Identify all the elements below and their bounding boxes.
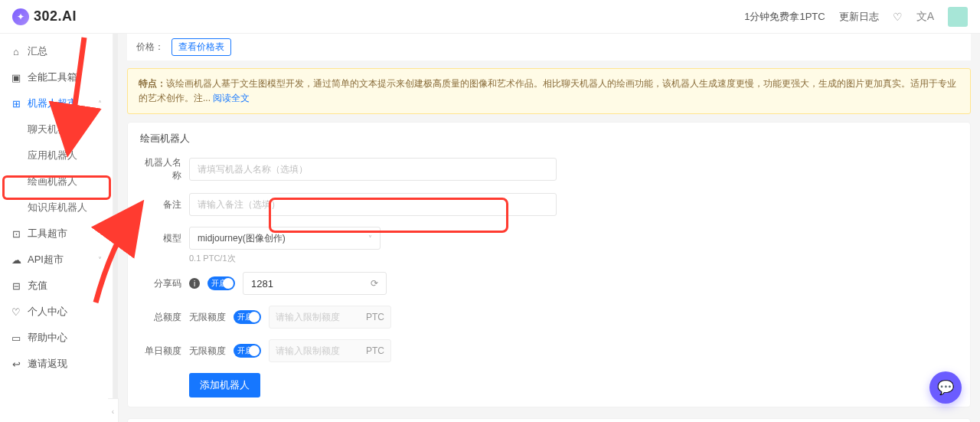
- main-content: 价格： 查看价格表 特点：该绘画机器人基于文生图模型开发，通过简单的文本提示来创…: [113, 34, 980, 422]
- header-actions: 1分钟免费拿1PTC 更新日志 ♡ 文A: [744, 7, 968, 27]
- nav-help[interactable]: ▭帮助中心: [0, 325, 113, 351]
- changelog-link[interactable]: 更新日志: [839, 10, 879, 24]
- total-limit-toggle[interactable]: 开启: [234, 310, 261, 324]
- share-label: 分享码: [140, 277, 181, 290]
- price-row: 价格： 查看价格表: [127, 34, 971, 61]
- model-label: 模型: [140, 232, 181, 245]
- remark-input[interactable]: [189, 193, 557, 216]
- share-code-input[interactable]: 1281 ⟳: [243, 272, 387, 295]
- nav-recharge[interactable]: ⊟充值: [0, 273, 113, 299]
- add-bot-button[interactable]: 添加机器人: [189, 373, 260, 397]
- nav-bot-market[interactable]: ⊞机器人超市˄: [0, 90, 113, 116]
- share-icon: ↩: [11, 358, 21, 370]
- nav-label: API超市: [28, 253, 64, 267]
- nav-toolbox[interactable]: ▣全能工具箱: [0, 64, 113, 90]
- daily-limit-input[interactable]: 请输入限制额度 PTC: [269, 339, 391, 362]
- refresh-icon[interactable]: ⟳: [371, 278, 378, 289]
- bot-name-input[interactable]: [189, 158, 557, 181]
- model-value: midjourney(图像创作): [198, 232, 286, 245]
- chevron-down-icon: ˅: [98, 256, 102, 264]
- card-title: 绘画机器人: [140, 132, 958, 146]
- nav-label: 全能工具箱: [28, 70, 77, 84]
- nav-label: 帮助中心: [28, 331, 67, 345]
- avatar[interactable]: [948, 7, 968, 27]
- promo-link[interactable]: 1分钟免费拿1PTC: [744, 10, 825, 24]
- chevron-up-icon: ˄: [98, 100, 102, 108]
- nav-label: 聊天机器人: [28, 123, 77, 136]
- cloud-icon: ☁: [11, 254, 21, 266]
- view-price-button[interactable]: 查看价格表: [172, 38, 231, 56]
- chat-icon: 💬: [937, 379, 954, 396]
- brand-name: 302.AI: [34, 8, 77, 25]
- daily-limit-label: 单日额度: [140, 345, 181, 358]
- cube-icon: ▣: [11, 72, 21, 83]
- app-header: ✦ 302.AI 1分钟免费拿1PTC 更新日志 ♡ 文A: [0, 0, 980, 34]
- nolimit-label: 无限额度: [189, 345, 226, 358]
- info-icon[interactable]: i: [189, 278, 200, 289]
- brand-logo[interactable]: ✦ 302.AI: [12, 8, 77, 25]
- nav-chat-bot[interactable]: 聊天机器人: [0, 116, 113, 142]
- grid-icon: ⊞: [11, 98, 21, 110]
- feature-banner: 特点：该绘画机器人基于文生图模型开发，通过简单的文本提示来创建极高质量的图像和艺…: [127, 68, 971, 114]
- remark-label: 备注: [140, 198, 181, 211]
- nav-paint-bot[interactable]: 绘画机器人: [0, 168, 113, 195]
- price-label: 价格：: [136, 41, 164, 54]
- nav-label: 应用机器人: [28, 149, 77, 162]
- logo-icon: ✦: [12, 8, 29, 25]
- nav-profile[interactable]: ♡个人中心: [0, 299, 113, 325]
- nolimit-label: 无限额度: [189, 311, 226, 324]
- nav-label: 知识库机器人: [28, 201, 87, 214]
- banner-prefix: 特点：: [139, 78, 166, 89]
- share-code-value: 1281: [251, 278, 273, 290]
- user-icon: ♡: [11, 306, 21, 318]
- nav-label: 个人中心: [28, 305, 67, 319]
- home-icon: ⌂: [11, 46, 21, 57]
- nav-label: 工具超市: [28, 227, 67, 240]
- banner-text: 该绘画机器人基于文生图模型开发，通过简单的文本提示来创建极高质量的图像和艺术作品…: [139, 78, 956, 103]
- chevron-down-icon: ˅: [98, 230, 102, 238]
- apps-icon: ⊡: [11, 228, 21, 240]
- read-more-link[interactable]: 阅读全文: [213, 93, 250, 103]
- language-icon[interactable]: 文A: [916, 10, 934, 24]
- sidebar: ⌂汇总 ▣全能工具箱 ⊞机器人超市˄ 聊天机器人 应用机器人 绘画机器人 知识库…: [0, 34, 113, 422]
- nav-label: 充值: [28, 279, 47, 293]
- chevron-down-icon: ˅: [368, 234, 372, 243]
- nav-kb-bot[interactable]: 知识库机器人: [0, 195, 113, 221]
- nav-label: 机器人超市: [28, 97, 77, 110]
- book-icon: ▭: [11, 332, 21, 344]
- nav-summary[interactable]: ⌂汇总: [0, 38, 113, 64]
- model-select[interactable]: midjourney(图像创作) ˅: [189, 227, 381, 250]
- bell-icon[interactable]: ♡: [893, 11, 903, 23]
- model-price-note: 0.1 PTC/1次: [189, 253, 958, 264]
- sidebar-collapse-button[interactable]: ‹: [108, 398, 119, 422]
- daily-limit-toggle[interactable]: 开启: [234, 344, 261, 358]
- name-label: 机器人名称: [140, 156, 181, 182]
- existing-bots-card: ⊞ 已有机器人 ↻ 机器人名称˅ 重置 查询 名称 备注 分享码 模型 状态 已: [127, 418, 971, 422]
- nav-label: 邀请返现: [28, 357, 67, 371]
- nav-tool-market[interactable]: ⊡工具超市˅: [0, 221, 113, 247]
- wallet-icon: ⊟: [11, 280, 21, 292]
- total-limit-label: 总额度: [140, 311, 181, 324]
- nav-api-market[interactable]: ☁API超市˅: [0, 247, 113, 273]
- chat-fab[interactable]: 💬: [929, 371, 962, 404]
- nav-label: 绘画机器人: [28, 175, 77, 188]
- share-toggle[interactable]: 开启: [207, 276, 235, 290]
- nav-label: 汇总: [28, 44, 47, 58]
- nav-app-bot[interactable]: 应用机器人: [0, 142, 113, 168]
- total-limit-input[interactable]: 请输入限制额度 PTC: [269, 306, 391, 329]
- create-bot-card: 绘画机器人 机器人名称 备注 模型 midjourney(图像创作) ˅ 0.1…: [127, 122, 971, 407]
- nav-referral[interactable]: ↩邀请返现: [0, 351, 113, 377]
